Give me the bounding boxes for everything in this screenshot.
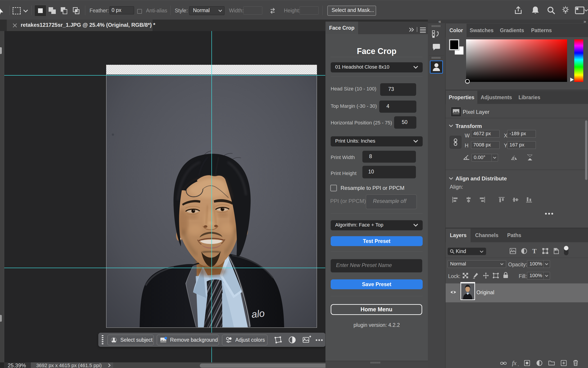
svg-text:alo: alo [251,307,265,320]
svg-text:fx: fx [512,360,517,367]
